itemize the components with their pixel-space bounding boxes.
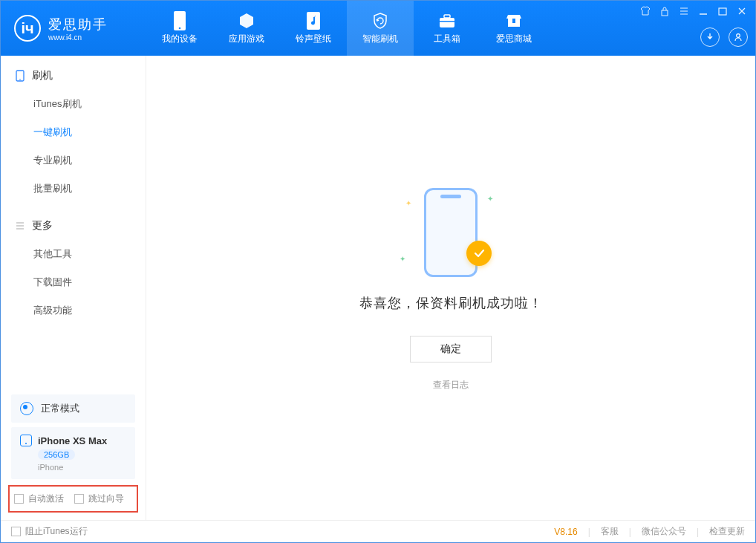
checkbox-icon [11, 527, 21, 536]
section-title: 更多 [32, 219, 53, 233]
checkbox-auto-activate[interactable]: 自动激活 [14, 492, 64, 505]
sidebar-item-batch[interactable]: 批量刷机 [1, 175, 146, 203]
header-right [639, 1, 748, 56]
music-icon [305, 12, 322, 30]
sparkle-icon: ✦ [405, 199, 411, 207]
logo-area: iч 爱思助手 www.i4.cn [1, 1, 146, 56]
window-controls [639, 5, 748, 17]
sparkle-icon: ✦ [487, 195, 493, 203]
sidebar-item-othertools[interactable]: 其他工具 [1, 240, 146, 268]
header: iч 爱思助手 www.i4.cn 我的设备 应用游戏 铃声壁纸 智能刷机 工具… [1, 1, 755, 56]
checkbox-icon [74, 494, 84, 504]
sidebar-item-advanced[interactable]: 高级功能 [1, 296, 146, 325]
device-icon [172, 12, 187, 30]
lock-icon[interactable] [659, 5, 671, 17]
nav-label: 应用游戏 [229, 33, 264, 45]
svg-rect-4 [444, 15, 450, 18]
phone-icon [16, 70, 26, 82]
checkbox-label: 自动激活 [28, 492, 64, 505]
svg-rect-3 [440, 18, 454, 27]
svg-point-16 [737, 34, 740, 38]
nav-label: 智能刷机 [362, 33, 398, 45]
shop-icon [505, 12, 523, 30]
device-info-box[interactable]: iPhone XS Max 256GB iPhone [11, 427, 135, 479]
check-badge-icon [466, 241, 492, 266]
cube-icon [238, 12, 255, 30]
nav-tab-ringtone[interactable]: 铃声壁纸 [280, 1, 347, 56]
device-name: iPhone XS Max [38, 435, 107, 446]
section-title: 刷机 [32, 69, 53, 82]
svg-point-1 [179, 27, 181, 29]
sidebar-item-firmware[interactable]: 下载固件 [1, 268, 146, 296]
separator: | [697, 527, 699, 537]
toolbox-icon [438, 12, 456, 30]
sidebar-item-pro[interactable]: 专业刷机 [1, 146, 146, 175]
mode-label: 正常模式 [41, 402, 79, 415]
checkbox-block-itunes[interactable]: 阻止iTunes运行 [11, 525, 88, 538]
update-link[interactable]: 检查更新 [709, 525, 745, 538]
success-message: 恭喜您，保资料刷机成功啦！ [359, 294, 543, 312]
sidebar: 刷机 iTunes刷机 一键刷机 专业刷机 批量刷机 更多 其他工具 下载固件 … [1, 56, 146, 520]
nav-tab-toolbox[interactable]: 工具箱 [414, 1, 480, 56]
sparkle-icon: ✦ [400, 255, 405, 263]
success-illustration: ✦ ✦ ✦ [403, 184, 499, 281]
device-mode-box[interactable]: 正常模式 [11, 394, 135, 423]
ok-button[interactable]: 确定 [410, 336, 492, 362]
logo-icon: iч [14, 15, 41, 42]
checkbox-label: 阻止iTunes运行 [25, 525, 88, 538]
app-subtitle: www.i4.cn [48, 33, 108, 42]
app-title: 爱思助手 [48, 16, 108, 33]
svg-rect-7 [512, 19, 515, 23]
section-header-flash: 刷机 [1, 69, 146, 90]
separator: | [588, 527, 590, 537]
main-area: 刷机 iTunes刷机 一键刷机 专业刷机 批量刷机 更多 其他工具 下载固件 … [1, 56, 755, 520]
sidebar-item-oneclick[interactable]: 一键刷机 [1, 118, 146, 146]
sidebar-section-flash: 刷机 iTunes刷机 一键刷机 专业刷机 批量刷机 [1, 56, 146, 206]
nav-label: 工具箱 [434, 33, 460, 45]
view-log-link[interactable]: 查看日志 [433, 379, 469, 391]
device-type: iPhone [38, 463, 63, 472]
nav-tab-device[interactable]: 我的设备 [146, 1, 213, 56]
refresh-shield-icon [371, 12, 389, 30]
svg-rect-13 [719, 8, 726, 15]
checkbox-skip-guide[interactable]: 跳过向导 [74, 492, 124, 505]
sidebar-bottom: 正常模式 iPhone XS Max 256GB iPhone 自动激活 跳过向… [1, 390, 146, 520]
content-area: ✦ ✦ ✦ 恭喜您，保资料刷机成功啦！ 确定 查看日志 [146, 56, 755, 520]
nav-tab-shop[interactable]: 爱思商城 [480, 1, 547, 56]
nav-tab-apps[interactable]: 应用游戏 [213, 1, 280, 56]
wechat-link[interactable]: 微信公众号 [642, 525, 686, 538]
sidebar-section-more: 更多 其他工具 下载固件 高级功能 [1, 206, 146, 328]
version-label: V8.16 [554, 527, 577, 537]
nav-tab-flash[interactable]: 智能刷机 [347, 1, 414, 56]
device-top-row: iPhone XS Max [20, 435, 107, 446]
phone-icon [20, 435, 32, 446]
nav-tabs: 我的设备 应用游戏 铃声壁纸 智能刷机 工具箱 爱思商城 [146, 1, 547, 56]
options-row-highlighted: 自动激活 跳过向导 [8, 485, 138, 513]
mode-icon [20, 402, 33, 415]
nav-label: 我的设备 [162, 33, 198, 45]
support-link[interactable]: 客服 [601, 525, 619, 538]
separator: | [629, 527, 631, 537]
footer: 阻止iTunes运行 V8.16 | 客服 | 微信公众号 | 检查更新 [1, 520, 755, 542]
user-controls [700, 27, 748, 51]
sidebar-item-itunes[interactable]: iTunes刷机 [1, 90, 146, 118]
list-icon [16, 221, 26, 230]
checkbox-label: 跳过向导 [88, 492, 124, 505]
nav-label: 铃声壁纸 [296, 33, 331, 45]
download-icon[interactable] [700, 27, 720, 47]
section-header-more: 更多 [1, 219, 146, 240]
svg-rect-5 [440, 21, 454, 22]
phone-illustration-icon [424, 188, 478, 277]
device-capacity: 256GB [38, 449, 75, 460]
close-icon[interactable] [736, 5, 748, 17]
nav-label: 爱思商城 [496, 33, 532, 45]
footer-right: V8.16 | 客服 | 微信公众号 | 检查更新 [554, 525, 745, 538]
user-icon[interactable] [729, 27, 748, 47]
minimize-icon[interactable] [697, 5, 709, 17]
menu-icon[interactable] [678, 5, 690, 17]
maximize-icon[interactable] [717, 5, 729, 17]
svg-rect-8 [662, 10, 668, 16]
svg-point-18 [19, 79, 21, 80]
tshirt-icon[interactable] [639, 5, 651, 17]
logo-text: 爱思助手 www.i4.cn [48, 16, 108, 42]
